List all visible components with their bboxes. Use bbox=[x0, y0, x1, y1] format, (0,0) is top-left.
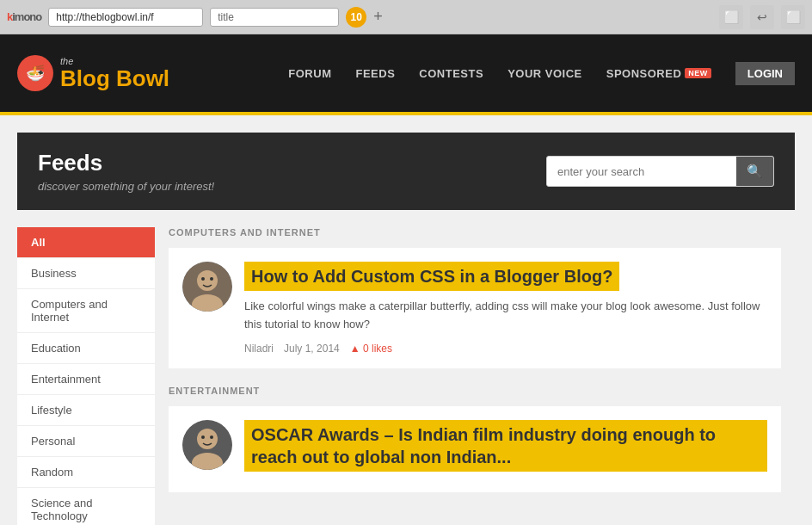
sidebar-item-personal[interactable]: Personal bbox=[17, 426, 155, 457]
sidebar-item-education[interactable]: Education bbox=[17, 333, 155, 364]
main-content: Feeds discover something of your interes… bbox=[0, 115, 812, 525]
article-title-1[interactable]: How to Add Custom CSS in a Blogger Blog? bbox=[244, 262, 619, 291]
sidebar-item-random[interactable]: Random bbox=[17, 457, 155, 488]
sidebar-item-science[interactable]: Science and Technology bbox=[17, 488, 155, 525]
browser-bar: kimono 10 + ⬜ ↩ ⬜ bbox=[0, 0, 812, 34]
search-box: 🔍 bbox=[546, 156, 774, 187]
article-body-2: OSCAR Awards – Is Indian film industry d… bbox=[244, 420, 767, 479]
url-input[interactable] bbox=[48, 8, 203, 27]
sidebar: All Business Computers and Internet Educ… bbox=[17, 227, 155, 525]
article-meta-1: Niladri July 1, 2014 ▲ 0 likes bbox=[244, 343, 767, 355]
svg-point-9 bbox=[210, 435, 213, 439]
site-header: 🍜 the Blog Bowl FORUM FEEDS CONTESTS YOU… bbox=[0, 34, 812, 112]
nav-sponsored[interactable]: SPONSORED NEW bbox=[606, 67, 711, 80]
article-body-1: How to Add Custom CSS in a Blogger Blog?… bbox=[244, 262, 767, 355]
article-card-1: How to Add Custom CSS in a Blogger Blog?… bbox=[169, 248, 781, 368]
title-input[interactable] bbox=[210, 8, 339, 27]
feeds-header: Feeds discover something of your interes… bbox=[17, 133, 795, 210]
badge-count: 10 bbox=[346, 7, 366, 28]
svg-point-4 bbox=[210, 277, 213, 281]
logo-main: Blog Bowl bbox=[60, 66, 169, 91]
nav-contests[interactable]: CONTESTS bbox=[419, 67, 483, 80]
article-likes-1: ▲ 0 likes bbox=[350, 343, 392, 355]
svg-point-3 bbox=[201, 277, 205, 281]
nav-your-voice[interactable]: YOUR VOICE bbox=[508, 67, 582, 80]
sidebar-item-entertainment[interactable]: Entertainment bbox=[17, 364, 155, 395]
logo-text: the Blog Bowl bbox=[60, 56, 169, 91]
logo-area: 🍜 the Blog Bowl bbox=[17, 55, 288, 91]
nav-forum[interactable]: FORUM bbox=[288, 67, 331, 80]
refresh-icon[interactable]: ↩ bbox=[750, 5, 774, 29]
search-button[interactable]: 🔍 bbox=[736, 157, 773, 186]
article-card-2: OSCAR Awards – Is Indian film industry d… bbox=[169, 406, 781, 492]
article-excerpt-1: Like colorful wings make a caterpillar b… bbox=[244, 298, 767, 334]
add-button[interactable]: + bbox=[373, 8, 383, 26]
search-input[interactable] bbox=[547, 158, 736, 185]
page-layout: All Business Computers and Internet Educ… bbox=[17, 227, 795, 525]
bookmarks-icon[interactable]: ⬜ bbox=[719, 5, 743, 29]
avatar-1 bbox=[182, 262, 232, 312]
new-badge: NEW bbox=[685, 68, 711, 78]
browser-icons: ⬜ ↩ ⬜ bbox=[719, 5, 805, 29]
sidebar-item-computers[interactable]: Computers and Internet bbox=[17, 289, 155, 333]
site-nav: FORUM FEEDS CONTESTS YOUR VOICE SPONSORE… bbox=[288, 62, 795, 85]
svg-point-6 bbox=[197, 429, 218, 449]
svg-point-1 bbox=[197, 270, 218, 291]
svg-point-8 bbox=[201, 435, 205, 439]
feeds-subtitle: discover something of your interest! bbox=[38, 180, 214, 193]
section-label-2: ENTERTAINMENT bbox=[169, 386, 781, 396]
sidebar-item-business[interactable]: Business bbox=[17, 258, 155, 289]
nav-feeds[interactable]: FEEDS bbox=[355, 67, 395, 80]
nav-login[interactable]: LOGIN bbox=[735, 62, 795, 85]
feeds-title: Feeds bbox=[38, 150, 214, 176]
browser-logo: kimono bbox=[7, 10, 41, 23]
section-label-1: COMPUTERS AND INTERNET bbox=[169, 227, 781, 238]
logo-icon: 🍜 bbox=[17, 55, 53, 91]
article-title-2[interactable]: OSCAR Awards – Is Indian film industry d… bbox=[244, 420, 767, 472]
feeds-title-area: Feeds discover something of your interes… bbox=[38, 150, 214, 193]
article-date-1: July 1, 2014 bbox=[284, 343, 340, 355]
feed-content: COMPUTERS AND INTERNET How to Add Custom… bbox=[155, 227, 795, 525]
avatar-2 bbox=[182, 420, 232, 470]
sidebar-item-lifestyle[interactable]: Lifestyle bbox=[17, 395, 155, 426]
article-author-1: Niladri bbox=[244, 343, 274, 355]
fullscreen-icon[interactable]: ⬜ bbox=[781, 5, 805, 29]
sidebar-item-all[interactable]: All bbox=[17, 227, 155, 258]
